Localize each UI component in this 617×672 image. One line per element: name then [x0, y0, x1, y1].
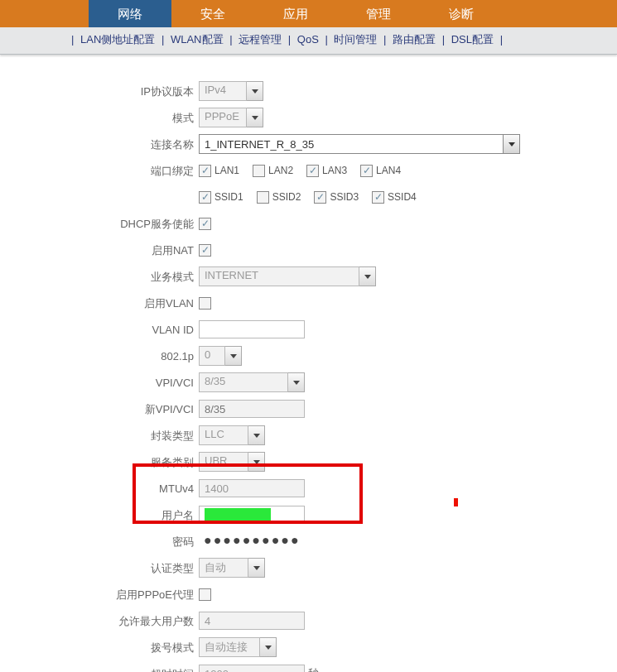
ssid2-label: SSID2	[272, 191, 301, 203]
dropdown-icon[interactable]	[247, 108, 263, 127]
tab-management[interactable]: 管理	[337, 0, 420, 27]
input-username[interactable]	[199, 506, 305, 524]
dropdown-icon[interactable]	[248, 558, 265, 578]
dropdown-icon[interactable]	[248, 452, 265, 472]
label-port-bind: 端口绑定	[0, 166, 199, 176]
input-new-vpi-vci[interactable]	[199, 400, 305, 418]
select-vpi-vci[interactable]: 8/35	[199, 372, 288, 392]
select-8021p[interactable]: 0	[199, 346, 225, 366]
label-ip-version: IP协议版本	[0, 86, 199, 97]
checkbox-ssid3[interactable]	[314, 191, 326, 204]
subnav-route-config[interactable]: 路由配置	[393, 33, 436, 46]
select-service-cat[interactable]: UBR	[199, 452, 248, 472]
label-conn-name: 连接名称	[0, 139, 199, 150]
label-dhcp-enable: DHCP服务使能	[0, 218, 199, 229]
red-marker	[454, 498, 458, 506]
label-mtu: MTUv4	[0, 483, 199, 494]
ssid3-label: SSID3	[330, 191, 359, 203]
checkbox-lan1[interactable]	[199, 165, 211, 177]
lan4-label: LAN4	[376, 165, 401, 176]
subnav-qos[interactable]: QoS	[297, 33, 319, 46]
label-new-vpi-vci: 新VPI/VCI	[0, 404, 199, 415]
subnav-lan-config[interactable]: LAN侧地址配置	[80, 33, 155, 46]
label-mode: 模式	[0, 113, 199, 123]
checkbox-ssid2[interactable]	[257, 191, 269, 204]
input-vlan-id[interactable]	[199, 320, 305, 338]
select-encap[interactable]: LLC	[199, 425, 248, 445]
tab-diagnosis[interactable]: 诊断	[420, 0, 503, 27]
dropdown-icon[interactable]	[247, 81, 263, 101]
label-password: 密码	[0, 536, 199, 547]
sub-nav: | LAN侧地址配置 | WLAN配置 | 远程管理 | QoS | 时间管理 …	[0, 27, 617, 55]
label-dial-mode: 拨号模式	[0, 642, 199, 653]
select-connection-name[interactable]: 1_INTERNET_R_8_35	[199, 134, 520, 154]
timeout-unit: 秒	[308, 666, 319, 672]
subnav-dsl-config[interactable]: DSL配置	[451, 33, 494, 46]
label-8021p: 802.1p	[0, 351, 199, 362]
top-nav: 网络 安全 应用 管理 诊断	[0, 0, 617, 27]
dropdown-icon[interactable]	[503, 135, 519, 153]
label-vlan-enable: 启用VLAN	[0, 298, 199, 309]
input-max-users[interactable]	[199, 612, 305, 630]
label-username: 用户名	[0, 510, 199, 521]
dropdown-icon[interactable]	[260, 637, 277, 657]
checkbox-pppoe-proxy[interactable]	[199, 588, 211, 601]
checkbox-lan2[interactable]	[253, 165, 265, 177]
label-encap: 封装类型	[0, 430, 199, 441]
subnav-wlan-config[interactable]: WLAN配置	[171, 33, 224, 46]
lan2-label: LAN2	[268, 165, 293, 176]
checkbox-lan3[interactable]	[306, 165, 319, 177]
dropdown-icon[interactable]	[225, 346, 242, 366]
select-ip-version[interactable]: IPv4	[199, 81, 247, 101]
subnav-remote-management[interactable]: 远程管理	[239, 33, 282, 46]
tab-network[interactable]: 网络	[89, 0, 171, 27]
select-auth-type[interactable]: 自动	[199, 558, 248, 578]
ssid4-label: SSID4	[388, 191, 417, 203]
select-mode[interactable]: PPPoE	[199, 108, 247, 127]
select-service-mode[interactable]: INTERNET	[199, 266, 359, 286]
lan3-label: LAN3	[322, 165, 347, 176]
input-timeout[interactable]	[199, 665, 305, 672]
label-vpi-vci: VPI/VCI	[0, 377, 199, 388]
checkbox-nat[interactable]	[199, 244, 211, 257]
checkbox-dhcp[interactable]	[199, 218, 211, 230]
label-max-users: 允许最大用户数	[0, 616, 199, 626]
ssid1-label: SSID1	[215, 191, 243, 203]
dropdown-icon[interactable]	[359, 266, 376, 286]
checkbox-vlan[interactable]	[199, 297, 211, 310]
dropdown-icon[interactable]	[288, 372, 305, 392]
form-area: IP协议版本 IPv4 模式 PPPoE 连接名称 1_INTERNET_R_8…	[0, 55, 617, 672]
label-service-cat: 服务类别	[0, 457, 199, 468]
username-value	[205, 508, 271, 521]
tab-security[interactable]: 安全	[171, 0, 254, 27]
checkbox-ssid1[interactable]	[199, 191, 211, 204]
input-password[interactable]: ●●●●●●●●●●	[199, 532, 305, 550]
label-service-mode: 业务模式	[0, 271, 199, 282]
connection-name-value: 1_INTERNET_R_8_35	[205, 138, 314, 151]
input-mtu[interactable]	[199, 479, 305, 497]
label-nat-enable: 启用NAT	[0, 245, 199, 256]
label-timeout: 超时时间	[0, 669, 199, 673]
checkbox-ssid4[interactable]	[372, 191, 384, 204]
subnav-time-management[interactable]: 时间管理	[334, 33, 377, 46]
checkbox-lan4[interactable]	[360, 165, 373, 177]
label-pppoe-proxy: 启用PPPoE代理	[0, 589, 199, 600]
label-vlan-id: VLAN ID	[0, 324, 199, 335]
tab-application[interactable]: 应用	[254, 0, 337, 27]
lan1-label: LAN1	[215, 165, 239, 176]
select-dial-mode[interactable]: 自动连接	[199, 637, 260, 657]
label-auth-type: 认证类型	[0, 563, 199, 574]
dropdown-icon[interactable]	[248, 425, 265, 445]
